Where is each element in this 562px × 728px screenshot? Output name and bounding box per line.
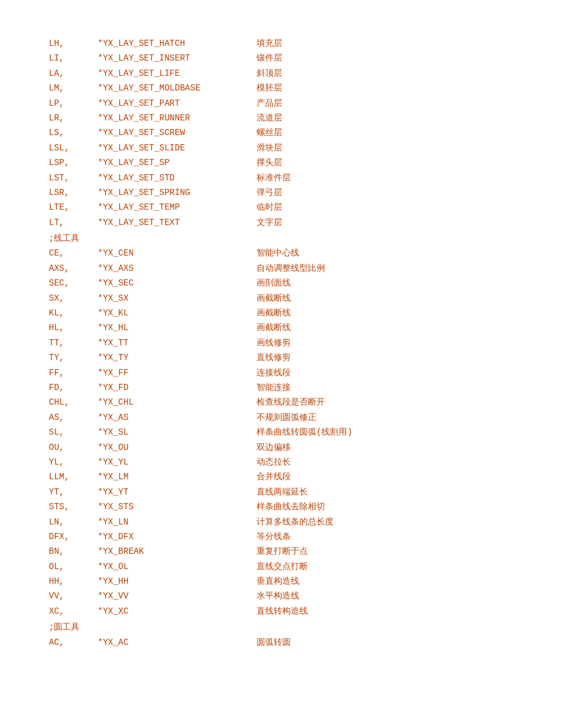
command-cell: *YX_LAY_SET_LIFE — [98, 67, 257, 80]
table-row: LM,*YX_LAY_SET_MOLDBASE模胚层 — [49, 81, 513, 95]
desc-cell: 等分线条 — [257, 530, 291, 543]
command-cell: *YX_HL — [98, 321, 257, 334]
table-row: LTE,*YX_LAY_SET_TEMP临时层 — [49, 200, 513, 214]
shortcut-cell: LI, — [49, 51, 98, 65]
table-row: KL,*YX_KL画截断线 — [49, 306, 513, 320]
shortcut-cell: LA, — [49, 67, 98, 80]
shortcut-cell: KL, — [49, 306, 98, 320]
desc-cell: 流道层 — [257, 111, 282, 125]
desc-cell: 螺丝层 — [257, 126, 282, 139]
shortcut-cell: TT, — [49, 336, 98, 350]
desc-cell: 画截断线 — [257, 306, 291, 320]
table-row: OL,*YX_OL直线交点打断 — [49, 560, 513, 573]
table-row: LA,*YX_LAY_SET_LIFE斜顶层 — [49, 67, 513, 80]
command-cell: *YX_TT — [98, 336, 257, 350]
shortcut-cell: STS, — [49, 500, 98, 513]
command-cell: *YX_BREAK — [98, 545, 257, 558]
desc-cell: 产品层 — [257, 97, 282, 110]
shortcut-cell: LT, — [49, 216, 98, 229]
desc-cell: 撑头层 — [257, 156, 282, 169]
shortcut-cell: XC, — [49, 605, 98, 618]
desc-cell: 样条曲线去除相切 — [257, 500, 325, 513]
desc-cell: 画截断线 — [257, 292, 291, 305]
desc-cell: 画线修剪 — [257, 336, 291, 350]
shortcut-cell: LS, — [49, 126, 98, 139]
command-cell: *YX_LAY_SET_TEXT — [98, 216, 257, 229]
command-cell: *YX_DFX — [98, 530, 257, 543]
shortcut-cell: CE, — [49, 246, 98, 260]
content-area: LH,*YX_LAY_SET_HATCH填充层LI,*YX_LAY_SET_IN… — [49, 37, 513, 649]
command-cell: *YX_CEN — [98, 246, 257, 260]
shortcut-cell: CHL, — [49, 395, 98, 409]
shortcut-cell: LN, — [49, 515, 98, 529]
desc-cell: 不规则圆弧修正 — [257, 411, 316, 424]
table-row: LH,*YX_LAY_SET_HATCH填充层 — [49, 37, 513, 50]
command-cell: *YX_FD — [98, 381, 257, 394]
table-row: VV,*YX_VV水平构造线 — [49, 589, 513, 603]
command-cell: *YX_KL — [98, 306, 257, 320]
desc-cell: 滑块层 — [257, 141, 282, 155]
desc-cell: 水平构造线 — [257, 589, 299, 603]
command-cell: *YX_SEC — [98, 276, 257, 290]
desc-cell: 直线转构造线 — [257, 605, 308, 618]
table-row: LSR,*YX_LAY_SET_SPRING弹弓层 — [49, 186, 513, 199]
table-row: SX,*YX_SX画截断线 — [49, 292, 513, 305]
command-cell: *YX_LAY_SET_HATCH — [98, 37, 257, 50]
command-cell: *YX_LAY_SET_INSERT — [98, 51, 257, 65]
shortcut-cell: FD, — [49, 381, 98, 394]
table-row: OU,*YX_OU双边偏移 — [49, 441, 513, 454]
desc-cell: 合并线段 — [257, 470, 291, 483]
shortcut-cell: AXS, — [49, 262, 98, 275]
command-cell: *YX_LAY_SET_MOLDBASE — [98, 81, 257, 95]
command-cell: *YX_LAY_SET_SP — [98, 156, 257, 169]
table-row: LS,*YX_LAY_SET_SCREW螺丝层 — [49, 126, 513, 139]
shortcut-cell: LH, — [49, 37, 98, 50]
shortcut-cell: LSP, — [49, 156, 98, 169]
table-row: YL,*YX_YL动态拉长 — [49, 455, 513, 469]
section-comment: ;圆工具 — [49, 620, 513, 634]
table-row: AC,*YX_AC圆弧转圆 — [49, 636, 513, 649]
table-row: FD,*YX_FD智能连接 — [49, 381, 513, 394]
command-cell: *YX_LN — [98, 515, 257, 529]
table-row: HH,*YX_HH垂直构造线 — [49, 575, 513, 588]
table-row: STS,*YX_STS样条曲线去除相切 — [49, 500, 513, 513]
command-cell: *YX_YL — [98, 455, 257, 469]
command-cell: *YX_OL — [98, 560, 257, 573]
section-comment: ;线工具 — [49, 232, 513, 245]
desc-cell: 智能连接 — [257, 381, 291, 394]
command-cell: *YX_AXS — [98, 262, 257, 275]
command-cell: *YX_AC — [98, 636, 257, 649]
command-cell: *YX_LAY_SET_STD — [98, 171, 257, 185]
command-cell: *YX_TY — [98, 351, 257, 364]
shortcut-cell: TY, — [49, 351, 98, 364]
command-cell: *YX_SX — [98, 292, 257, 305]
command-cell: *YX_XC — [98, 605, 257, 618]
command-cell: *YX_OU — [98, 441, 257, 454]
desc-cell: 画截断线 — [257, 321, 291, 334]
shortcut-cell: LM, — [49, 81, 98, 95]
desc-cell: 直线两端延长 — [257, 485, 308, 499]
table-row: DFX,*YX_DFX等分线条 — [49, 530, 513, 543]
desc-cell: 直线交点打断 — [257, 560, 308, 573]
shortcut-cell: LST, — [49, 171, 98, 185]
table-row: LSL,*YX_LAY_SET_SLIDE滑块层 — [49, 141, 513, 155]
table-row: LST,*YX_LAY_SET_STD标准件层 — [49, 171, 513, 185]
shortcut-cell: LSL, — [49, 141, 98, 155]
desc-cell: 临时层 — [257, 200, 282, 214]
table-row: LSP,*YX_LAY_SET_SP撑头层 — [49, 156, 513, 169]
desc-cell: 圆弧转圆 — [257, 636, 291, 649]
desc-cell: 连接线段 — [257, 366, 291, 380]
command-cell: *YX_LAY_SET_SLIDE — [98, 141, 257, 155]
table-row: LN,*YX_LN计算多线条的总长度 — [49, 515, 513, 529]
shortcut-cell: BN, — [49, 545, 98, 558]
table-row: CHL,*YX_CHL检查线段是否断开 — [49, 395, 513, 409]
desc-cell: 直线修剪 — [257, 351, 291, 364]
command-cell: *YX_YT — [98, 485, 257, 499]
command-cell: *YX_LAY_SET_RUNNER — [98, 111, 257, 125]
command-cell: *YX_LAY_SET_PART — [98, 97, 257, 110]
shortcut-cell: AS, — [49, 411, 98, 424]
shortcut-cell: HH, — [49, 575, 98, 588]
shortcut-cell: SEC, — [49, 276, 98, 290]
command-cell: *YX_LAY_SET_SPRING — [98, 186, 257, 199]
table-row: SL,*YX_SL样条曲线转圆弧(线割用) — [49, 425, 513, 439]
